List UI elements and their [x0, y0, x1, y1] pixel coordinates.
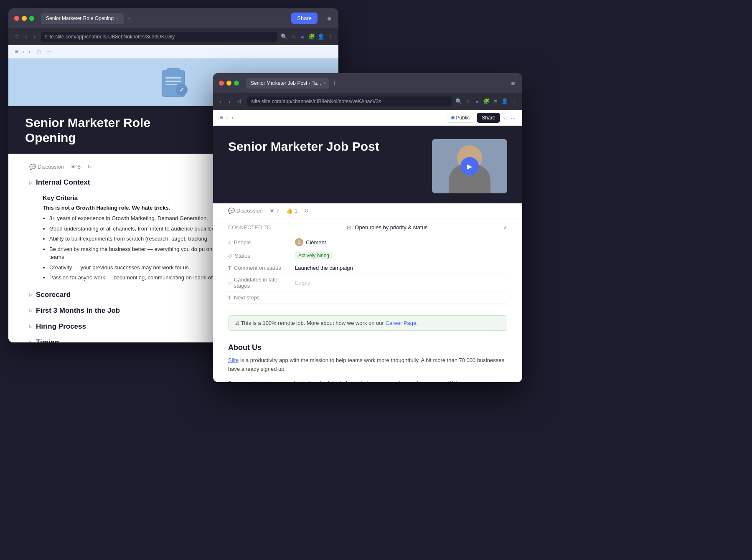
play-icon: ▶: [467, 162, 472, 170]
star-icon-front[interactable]: ☆: [503, 114, 508, 121]
property-label-next-steps: T Next steps: [228, 294, 295, 301]
active-tab-front[interactable]: Senior Marketer Job Post - Ta... ×: [246, 78, 329, 89]
arrow-icon-4: ▷: [29, 324, 33, 329]
sidebar-toggle-front[interactable]: ≡: [220, 114, 223, 121]
status-badge: Actively hiring: [295, 252, 333, 259]
discussion-meta[interactable]: 💬 Discussion: [29, 164, 64, 170]
nav-forward-button[interactable]: ›: [32, 33, 38, 41]
views-icon-front: 👁: [269, 208, 275, 214]
new-tab-button-front[interactable]: +: [331, 79, 338, 87]
front-title-area: Senior Marketer Job Post: [228, 139, 424, 193]
more-options-front[interactable]: ···: [511, 114, 516, 121]
discussion-icon-front: 💬: [228, 208, 235, 214]
search-icon-front[interactable]: 🔍: [455, 98, 462, 105]
video-thumbnail[interactable]: ▶: [432, 139, 507, 193]
play-button[interactable]: ▶: [460, 157, 479, 175]
property-value-candidates: Empty: [295, 280, 507, 286]
front-content-area: ≡ ‹ › Public Share ☆ ··· Senior Marketer…: [213, 110, 522, 382]
clement-avatar: C: [295, 238, 303, 246]
close-button[interactable]: [14, 16, 19, 21]
minimize-button-front[interactable]: [226, 81, 231, 86]
sync-meta-front[interactable]: ↻: [304, 208, 309, 214]
nav-forward-front[interactable]: ›: [227, 97, 232, 106]
connected-to-value-area: ⊞ Open roles by priority & status: [347, 224, 427, 231]
candidates-value: Empty: [295, 280, 310, 286]
titlebar-back: Senior Marketer Role Opening × + ⏺: [8, 8, 338, 28]
person-icon: ○: [228, 239, 231, 246]
bookmark-icon[interactable]: ☆: [290, 33, 297, 40]
nav-back-front[interactable]: ‹: [218, 97, 224, 106]
front-dark-header: Senior Marketer Job Post ▶: [213, 126, 522, 203]
sidebar-toggle-icon[interactable]: ≡: [15, 48, 18, 55]
public-button[interactable]: Public: [447, 113, 475, 123]
first-3-months-title: First 3 Months In the Job: [36, 307, 120, 315]
arrow-icon: ▷: [29, 180, 33, 185]
remote-text-after: .: [416, 320, 418, 326]
new-tab-button-back[interactable]: +: [125, 15, 132, 22]
traffic-lights-back: [14, 16, 34, 21]
likes-meta-front[interactable]: 👍 1: [286, 208, 297, 214]
internal-context-title: Internal Context: [36, 178, 90, 187]
next-front[interactable]: ›: [231, 114, 233, 121]
hiring-process-title: Hiring Process: [36, 322, 86, 331]
extension-icon-front-2[interactable]: 🧩: [483, 98, 490, 105]
about-p1-text: is a productivity app with the mission t…: [228, 357, 504, 372]
minimize-button[interactable]: [22, 16, 27, 21]
property-row-status: ◇ Status Actively hiring: [228, 249, 507, 262]
check-icon-banner: ☑: [234, 320, 239, 326]
search-icon[interactable]: 🔍: [281, 33, 287, 40]
property-value-comment: Launched the campaign: [295, 265, 507, 271]
prev-page-icon[interactable]: ‹: [23, 48, 24, 55]
more-options-icon-front[interactable]: ⋮: [511, 98, 517, 105]
connected-to-label: CONNECTED TO: [228, 225, 271, 231]
tab-bar-back: Senior Marketer Role Opening × +: [41, 13, 323, 24]
svg-rect-2: [165, 77, 181, 79]
profile-icon[interactable]: 👤: [318, 33, 324, 40]
more-options-back[interactable]: ···: [46, 48, 51, 55]
nav-sidebar-toggle[interactable]: ≡: [13, 33, 20, 41]
extension-icon-2[interactable]: 🧩: [308, 33, 315, 40]
toolbar-back: ≡ ‹ › 🔍 ☆ ● 🧩 👤 ⋮: [8, 28, 338, 45]
star-icon-back[interactable]: ☆: [36, 48, 42, 56]
tab-close-front[interactable]: ×: [324, 81, 326, 86]
next-page-icon[interactable]: ›: [28, 48, 30, 55]
active-tab-back[interactable]: Senior Marketer Role Opening ×: [41, 13, 124, 24]
extension-icon-1[interactable]: ●: [299, 33, 306, 40]
profile-icon-front[interactable]: 👤: [501, 98, 508, 105]
more-options-icon[interactable]: ⋮: [327, 33, 333, 40]
career-page-link[interactable]: Career Page: [386, 320, 417, 326]
front-content-toolbar: ≡ ‹ › Public Share ☆ ···: [213, 110, 522, 126]
url-bar-back[interactable]: [41, 32, 277, 42]
hamburger-icon-front[interactable]: ≡: [492, 98, 499, 105]
views-count-front: 7: [277, 208, 279, 214]
text-icon-comment: T: [228, 265, 231, 271]
extension-icon-front-1[interactable]: ●: [474, 98, 480, 105]
collapse-icon[interactable]: ∧: [503, 225, 507, 231]
prev-front[interactable]: ‹: [226, 114, 228, 121]
slite-link[interactable]: Slite: [228, 357, 239, 363]
remote-job-banner: ☑ This is a 100% remote job. More about …: [228, 315, 507, 331]
table-icon: ⊞: [347, 224, 351, 231]
property-label-comment: T Comment on status: [228, 265, 295, 271]
property-row-people: ○ People C Clément: [228, 236, 507, 249]
clipboard-icon: ✓: [159, 66, 188, 99]
maximize-button-front[interactable]: [234, 81, 239, 86]
about-us-heading: About Us: [228, 343, 507, 352]
nav-refresh-front[interactable]: ↺: [235, 97, 244, 106]
connected-to-table-name[interactable]: Open roles by priority & status: [355, 224, 427, 231]
property-value-status: Actively hiring: [295, 252, 507, 259]
views-meta: 👁 5: [71, 164, 81, 170]
share-button-back[interactable]: Share: [291, 13, 318, 24]
public-label: Public: [456, 115, 470, 121]
discussion-meta-front[interactable]: 💬 Discussion: [228, 208, 263, 214]
tab-close-back[interactable]: ×: [116, 16, 119, 21]
views-count: 5: [78, 164, 81, 170]
nav-back-button[interactable]: ‹: [23, 33, 29, 41]
close-button-front[interactable]: [219, 81, 224, 86]
maximize-button[interactable]: [29, 16, 34, 21]
sync-meta[interactable]: ↻: [87, 164, 92, 170]
share-button-front[interactable]: Share: [477, 113, 500, 123]
bookmark-icon-front[interactable]: ☆: [465, 98, 471, 105]
window-fullscreen-front: ⏺: [510, 80, 516, 86]
url-bar-front[interactable]: [247, 96, 452, 106]
